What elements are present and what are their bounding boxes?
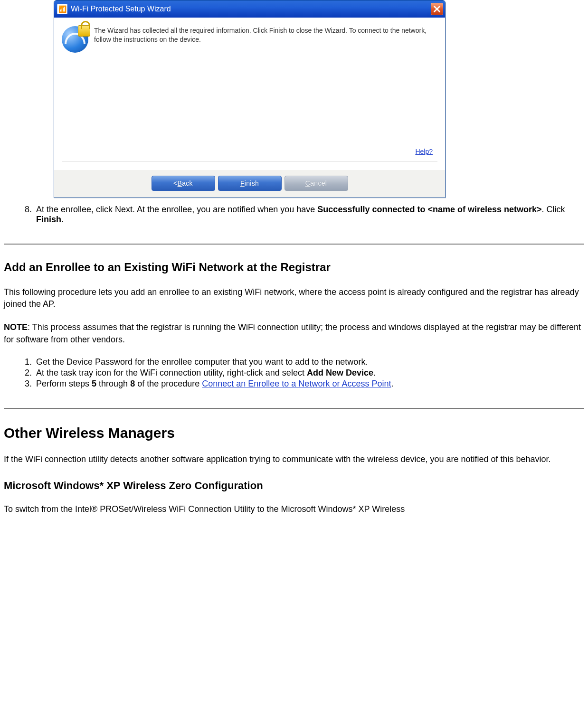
wizard-window: 📶 Wi-Fi Protected Setup Wizard The Wizar… [54,0,446,198]
list-item: Get the Device Password for the enrollee… [34,357,584,367]
back-accelerator: B [178,179,182,187]
body-separator [62,161,437,161]
wzc-para: To switch from the Intel® PROSet/Wireles… [4,503,584,515]
li3-bold-d: 8 [130,379,135,388]
step8-text-1: At the enrollee, click Next. At the enro… [36,205,317,214]
li3-text-a: Perform steps [36,379,92,388]
close-icon [434,6,440,12]
button-bar: < Back Finish Cancel [54,170,445,198]
step-8-list: At the enrollee, click Next. At the enro… [34,205,584,225]
cancel-rest: ancel [310,179,327,187]
step8-text-3: . [61,215,64,224]
step8-bold-1: Successfully connected to <name of wirel… [317,205,541,214]
close-button[interactable] [431,3,443,15]
back-button[interactable]: < Back [152,176,215,191]
finish-rest: inish [245,179,259,187]
li1-text: Get the Device Password for the enrollee… [36,357,368,367]
wifi-lock-icon [62,26,88,53]
cancel-button: Cancel [285,176,348,191]
back-prefix: < [173,179,177,187]
add-enrollee-intro: This following procedure lets you add an… [4,286,584,310]
cancel-accelerator: C [305,179,310,187]
window-title: Wi-Fi Protected Setup Wizard [71,5,431,13]
heading-add-enrollee: Add an Enrollee to an Existing WiFi Netw… [4,261,584,274]
li3-text-c: through [96,379,130,388]
note-label: NOTE [4,322,28,332]
step8-bold-2: Finish [36,215,61,224]
wizard-message: The Wizard has collected all the require… [94,26,437,44]
step-8-item: At the enrollee, click Next. At the enro… [34,205,584,225]
li2-bold: Add New Device [307,368,373,377]
add-enrollee-note: NOTE: This process assumes that the regi… [4,321,584,345]
other-managers-intro: If the WiFi connection utility detects a… [4,453,584,465]
finish-button[interactable]: Finish [218,176,282,191]
section-separator-1 [4,244,584,245]
note-text: : This process assumes that the registra… [4,322,581,344]
section-separator-2 [4,408,584,409]
titlebar: 📶 Wi-Fi Protected Setup Wizard [54,0,445,18]
wifi-wizard-app-icon: 📶 [57,4,67,14]
li3-text-e: of the procedure [135,379,202,388]
add-enrollee-steps: Get the Device Password for the enrollee… [34,357,584,389]
li3-bold-b: 5 [92,379,96,388]
list-item: At the task tray icon for the WiFi conne… [34,368,584,378]
heading-wzc: Microsoft Windows* XP Wireless Zero Conf… [4,480,584,492]
li2-text-a: At the task tray icon for the WiFi conne… [36,368,307,377]
connect-enrollee-link[interactable]: Connect an Enrollee to a Network or Acce… [202,379,391,388]
li3-text-f: . [391,379,393,388]
step8-text-2: . Click [542,205,565,214]
wizard-body: The Wizard has collected all the require… [54,18,445,170]
back-rest: ack [182,179,193,187]
help-link[interactable]: Help? [415,148,433,155]
list-item: Perform steps 5 through 8 of the procedu… [34,379,584,389]
finish-accelerator: F [240,179,245,187]
li2-text-c: . [373,368,376,377]
heading-other-managers: Other Wireless Managers [4,425,584,441]
